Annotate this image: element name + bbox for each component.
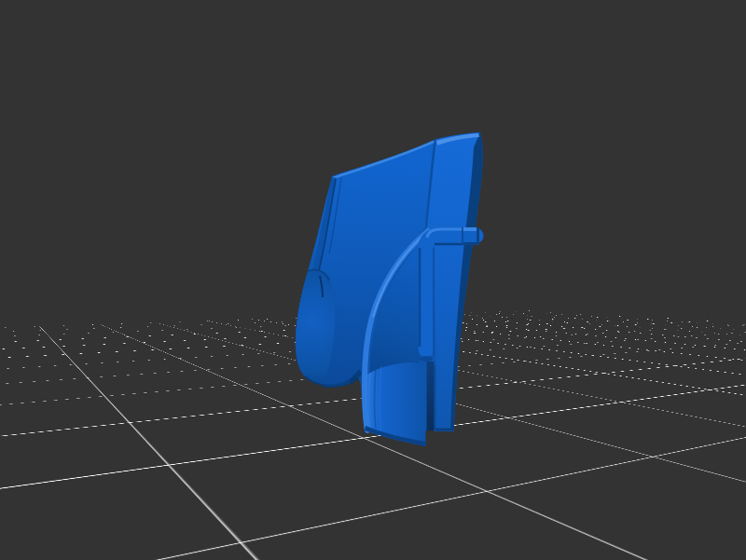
- model-mesh: [296, 132, 483, 447]
- viewport-3d[interactable]: [0, 0, 746, 560]
- model-slot-shadow: [427, 362, 435, 430]
- model-3d[interactable]: [0, 0, 746, 560]
- model-front-leg: [363, 362, 426, 446]
- model-slot-gap: [426, 430, 435, 447]
- model-side-tab: [463, 227, 479, 245]
- model-ridge-bulb-shadow: [420, 356, 433, 362]
